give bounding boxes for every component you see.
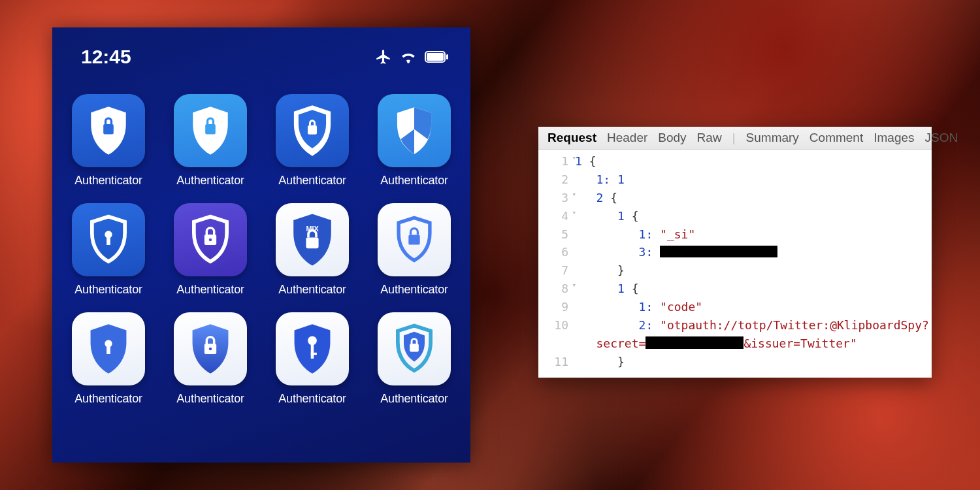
app-label: Authenticator (74, 392, 142, 406)
shield-keyhole-icon (72, 203, 145, 276)
svg-rect-20 (311, 353, 317, 355)
shield-key-icon (276, 312, 349, 385)
svg-rect-5 (205, 124, 216, 135)
app-authenticator-11[interactable]: Authenticator (270, 312, 354, 406)
clock-label: 12:45 (81, 46, 131, 68)
inspector-panel: Request Header Body Raw | Summary Commen… (538, 127, 932, 378)
app-label: Authenticator (176, 283, 244, 297)
svg-rect-6 (308, 125, 317, 135)
app-authenticator-3[interactable]: Authenticator (270, 94, 354, 188)
tab-bar: Request Header Body Raw | Summary Commen… (538, 127, 932, 150)
line-number: 2 (538, 171, 575, 189)
svg-rect-12 (306, 237, 318, 248)
app-authenticator-7[interactable]: MIX Authenticator (270, 203, 354, 297)
svg-point-17 (209, 348, 212, 351)
svg-rect-8 (106, 236, 110, 245)
app-authenticator-6[interactable]: Authenticator (169, 203, 252, 297)
tab-raw[interactable]: Raw (697, 131, 722, 145)
svg-point-10 (209, 238, 212, 242)
shield-lock-gradient-icon (174, 312, 247, 385)
app-label: Authenticator (380, 283, 448, 297)
line-number: 4 (538, 207, 575, 225)
svg-rect-19 (311, 344, 314, 359)
svg-rect-2 (427, 53, 444, 61)
svg-rect-3 (446, 54, 448, 59)
svg-rect-13 (408, 235, 419, 244)
app-label: Authenticator (176, 392, 244, 406)
shield-mix-icon: MIX (276, 203, 349, 276)
line-number: 6 (538, 243, 575, 261)
app-authenticator-8[interactable]: Authenticator (372, 203, 456, 297)
line-number: 11 (538, 353, 575, 371)
status-bar: 12:45 (52, 27, 470, 74)
line-number: 10 (538, 316, 575, 335)
svg-point-0 (407, 61, 409, 63)
svg-rect-15 (106, 345, 110, 354)
tab-comment[interactable]: Comment (809, 131, 863, 145)
app-label: Authenticator (380, 174, 448, 188)
line-number: 3 (538, 189, 575, 207)
tab-body[interactable]: Body (658, 131, 686, 145)
svg-rect-21 (410, 344, 419, 352)
app-authenticator-2[interactable]: Authenticator (169, 94, 252, 188)
app-authenticator-5[interactable]: Authenticator (67, 203, 150, 297)
app-grid: Authenticator Authenticator Authenticato… (52, 74, 470, 406)
line-number: 8 (538, 280, 575, 298)
tab-separator: | (732, 131, 736, 145)
shield-lock-icon (72, 94, 145, 167)
shield-keyhole-icon (276, 94, 349, 167)
shield-lock-teal-icon (378, 312, 451, 385)
redacted-value (645, 336, 743, 349)
tab-images[interactable]: Images (874, 131, 914, 145)
tab-request[interactable]: Request (547, 131, 596, 145)
redacted-value (660, 246, 777, 258)
shield-lock-icon (174, 94, 247, 167)
phone-panel: 12:45 Authenticator Authenticator (52, 27, 470, 463)
app-authenticator-4[interactable]: Authenticator (372, 94, 456, 188)
app-authenticator-9[interactable]: Authenticator (67, 312, 150, 406)
line-number: 9 (538, 298, 575, 316)
tab-header[interactable]: Header (607, 131, 647, 145)
app-label: Authenticator (74, 283, 142, 297)
shield-keyhole-solid-icon (72, 312, 145, 385)
line-number: 1 (538, 152, 575, 171)
app-label: Authenticator (278, 174, 346, 188)
shield-lock-outline-icon (174, 203, 247, 276)
svg-rect-4 (103, 124, 114, 135)
line-number: 5 (538, 225, 575, 244)
line-number: 7 (538, 261, 575, 280)
tab-json[interactable]: JSON (925, 131, 958, 145)
app-label: Authenticator (380, 392, 448, 406)
battery-icon (425, 51, 448, 63)
app-label: Authenticator (278, 283, 346, 297)
app-authenticator-10[interactable]: Authenticator (169, 312, 252, 406)
code-view[interactable]: 11 { 2 1: 1 3 2 { 4 1 { 5 1: "_si" 6 3: … (538, 150, 932, 378)
app-authenticator-12[interactable]: Authenticator (372, 312, 456, 406)
tab-summary[interactable]: Summary (746, 131, 799, 145)
shield-quarter-icon (378, 94, 451, 167)
app-label: Authenticator (74, 174, 142, 188)
shield-lock-blue-icon (378, 203, 451, 276)
app-label: Authenticator (176, 174, 244, 188)
app-label: Authenticator (278, 392, 346, 406)
wifi-icon (400, 50, 417, 63)
app-authenticator-1[interactable]: Authenticator (67, 94, 150, 188)
airplane-icon (375, 48, 392, 65)
line-number (538, 335, 575, 353)
